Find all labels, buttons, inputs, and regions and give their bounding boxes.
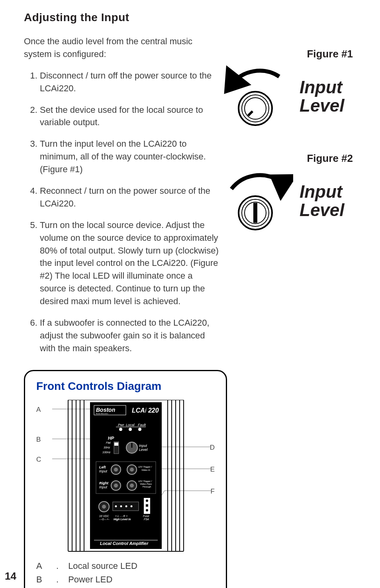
figure-1-caption: Figure #1 [217, 48, 369, 60]
section-heading: Adjusting the Input [24, 11, 356, 24]
svg-text:12V Trigger /: 12V Trigger / [138, 480, 153, 482]
svg-text:Fuse: Fuse [143, 515, 149, 517]
svg-text:Flat: Flat [106, 441, 111, 444]
key-row-B: B.Power LED [36, 573, 215, 586]
svg-text:---G---+-: ---G---+- [99, 518, 110, 521]
svg-rect-44 [114, 442, 118, 446]
figure-1-label-1: Input [300, 78, 345, 96]
svg-text:Input: Input [99, 485, 108, 489]
svg-point-71 [120, 505, 122, 507]
svg-text:16 VDC: 16 VDC [99, 515, 109, 517]
svg-text:Pwr: Pwr [118, 423, 125, 427]
svg-point-77 [146, 509, 148, 511]
svg-text:Local Control Amplifier: Local Control Amplifier [100, 541, 149, 546]
svg-text:F5A: F5A [144, 518, 149, 521]
svg-text:100Hz: 100Hz [102, 451, 111, 454]
step-2: Set the device used for the local source… [40, 104, 221, 129]
callout-A: A [36, 406, 41, 414]
svg-text:Fault: Fault [138, 423, 146, 427]
knob-cw-icon [217, 167, 293, 235]
svg-point-36 [119, 428, 122, 431]
callout-B: B [36, 436, 41, 444]
svg-text:Video In: Video In [141, 469, 151, 471]
step-6: If a subwoofer is connected to the LCAi2… [40, 317, 221, 355]
svg-text:Through: Through [142, 486, 151, 488]
page-number: 14 [5, 570, 16, 582]
svg-text:12V Trigger /: 12V Trigger / [138, 466, 153, 468]
svg-point-70 [115, 505, 117, 507]
svg-point-38 [138, 428, 141, 431]
key-row-C: C.Selectable highpass for local speakers [36, 586, 215, 588]
svg-text:Input: Input [99, 469, 108, 473]
svg-text:30Hz: 30Hz [104, 446, 110, 449]
svg-text:Input: Input [139, 444, 147, 448]
svg-text:Level: Level [139, 448, 148, 452]
svg-point-2 [245, 98, 266, 119]
svg-text:Video Pass: Video Pass [140, 483, 152, 485]
step-3: Turn the input level on the LCAi220 to m… [40, 138, 221, 176]
front-controls-diagram: Front Controls Diagram A B C D E F [24, 370, 227, 588]
svg-text:Local: Local [126, 423, 135, 427]
svg-point-59 [114, 484, 118, 488]
knob-ccw-icon [217, 63, 293, 130]
svg-rect-76 [146, 504, 148, 507]
svg-point-61 [130, 484, 134, 488]
svg-point-0 [239, 92, 272, 125]
svg-point-57 [130, 468, 134, 472]
intro-paragraph: Once the audio level from the central mu… [24, 35, 221, 61]
svg-point-75 [146, 500, 148, 502]
step-5: Turn on the local source device. Adjust … [40, 219, 221, 308]
svg-text:Right: Right [99, 481, 109, 485]
svg-point-73 [131, 505, 133, 507]
svg-text:+ L -    - R +: + L - - R + [115, 515, 127, 517]
diagram-title: Front Controls Diagram [36, 380, 215, 393]
figure-2-label-2: Level [300, 201, 345, 219]
svg-point-68 [102, 505, 106, 509]
figure-1-label-2: Level [300, 96, 345, 115]
figure-1: InputLevel [217, 63, 369, 130]
device-panel-icon: Boston Boston Acoustics LCAi 220 Pwr Loc… [52, 400, 212, 555]
svg-point-72 [125, 505, 127, 507]
svg-line-3 [248, 111, 253, 116]
svg-text:High Level In: High Level In [114, 518, 131, 521]
step-4: Reconnect / turn on the power source of … [40, 185, 221, 210]
svg-point-55 [114, 468, 118, 472]
svg-text:Left: Left [99, 465, 106, 469]
svg-point-1 [242, 95, 269, 122]
figure-2: InputLevel [217, 167, 369, 235]
svg-text:LCAi 220: LCAi 220 [132, 407, 159, 414]
svg-text:Boston Acoustics: Boston Acoustics [96, 413, 108, 415]
key-row-A: A.Local source LED [36, 559, 215, 573]
svg-text:Boston: Boston [96, 407, 115, 413]
step-1: Disconnect / turn off the power source t… [40, 69, 221, 95]
figure-2-caption: Figure #2 [217, 152, 369, 165]
svg-point-37 [129, 428, 132, 431]
svg-text:HP: HP [108, 436, 114, 441]
callout-C: C [36, 456, 41, 464]
figure-2-label-1: Input [300, 183, 345, 201]
